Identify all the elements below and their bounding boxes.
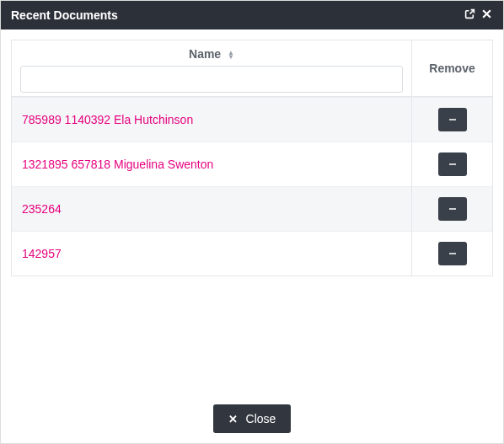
external-icon[interactable] — [461, 8, 478, 22]
sort-icon: ▲▼ — [228, 51, 234, 59]
remove-cell — [411, 231, 492, 275]
column-header-name-label: Name — [189, 47, 221, 61]
minus-icon — [448, 115, 458, 125]
remove-cell — [411, 142, 492, 186]
remove-button[interactable] — [438, 197, 467, 221]
modal-content: Name ▲▼ Remove 785989 1140392 Ela Hutchi… — [1, 29, 503, 394]
document-name-cell: 142957 — [12, 231, 411, 275]
column-header-remove: Remove — [411, 40, 492, 97]
column-header-name[interactable]: Name ▲▼ — [12, 40, 411, 97]
document-link[interactable]: 1321895 657818 Miguelina Swenton — [22, 158, 213, 171]
modal-title: Recent Documents — [11, 8, 461, 22]
name-filter-input[interactable] — [20, 66, 403, 93]
close-button[interactable]: ✕ Close — [213, 404, 292, 433]
remove-button[interactable] — [438, 242, 467, 265]
document-link[interactable]: 235264 — [22, 202, 62, 216]
close-button-label: Close — [246, 412, 276, 425]
document-link[interactable]: 142957 — [22, 247, 62, 260]
close-icon[interactable] — [478, 8, 495, 22]
remove-cell — [411, 186, 492, 231]
modal-footer: ✕ Close — [1, 394, 503, 443]
table-row: 785989 1140392 Ela Hutchinson — [12, 97, 492, 142]
minus-icon — [448, 249, 458, 259]
document-name-cell: 235264 — [12, 186, 411, 231]
minus-icon — [448, 159, 458, 169]
documents-tbody: 785989 1140392 Ela Hutchinson1321895 657… — [12, 97, 492, 275]
table-row: 1321895 657818 Miguelina Swenton — [12, 142, 492, 186]
remove-cell — [411, 97, 492, 142]
minus-icon — [448, 204, 458, 214]
document-link[interactable]: 785989 1140392 Ela Hutchinson — [22, 113, 193, 126]
table-row: 142957 — [12, 231, 492, 275]
remove-button[interactable] — [438, 108, 467, 131]
table-row: 235264 — [12, 186, 492, 231]
titlebar: Recent Documents — [1, 1, 503, 29]
column-header-remove-label: Remove — [429, 62, 475, 75]
remove-button[interactable] — [438, 152, 467, 176]
document-name-cell: 1321895 657818 Miguelina Swenton — [12, 142, 411, 186]
close-x-icon: ✕ — [228, 413, 238, 425]
documents-table: Name ▲▼ Remove 785989 1140392 Ela Hutchi… — [11, 40, 493, 276]
recent-documents-modal: Recent Documents Name ▲▼ — [0, 0, 504, 444]
document-name-cell: 785989 1140392 Ela Hutchinson — [12, 97, 411, 142]
